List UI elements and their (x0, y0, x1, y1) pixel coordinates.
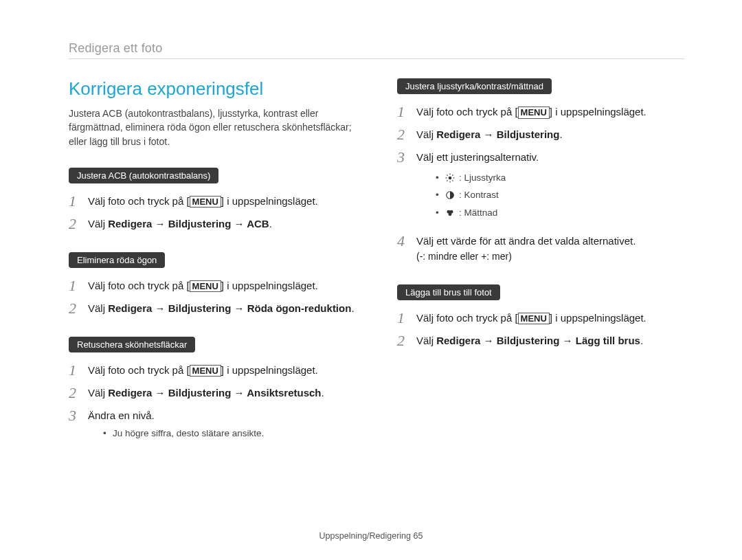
step-text: Välj foto och tryck på [MENU] i uppspeln… (88, 278, 318, 293)
step: 2 Välj Redigera → Bildjustering → ACB. (69, 216, 356, 232)
step-text: Välj foto och tryck på [MENU] i uppspeln… (88, 362, 318, 378)
pill-redeye: Eliminera röda ögon (69, 252, 165, 268)
step: 1 Välj foto och tryck på [MENU] i uppspe… (69, 278, 356, 293)
step: 3 Välj ett justeringsalternativ. : Ljuss… (397, 149, 684, 226)
step-text: Välj ett värde för att ändra det valda a… (416, 233, 636, 264)
contrast-icon (445, 190, 455, 200)
steps-redeye: 1 Välj foto och tryck på [MENU] i uppspe… (69, 278, 356, 316)
svg-line-5 (447, 175, 447, 175)
page: Redigera ett foto Korrigera exponeringsf… (0, 0, 742, 560)
section-title: Korrigera exponeringsfel (69, 78, 356, 100)
step-number: 2 (69, 300, 81, 316)
page-header: Redigera ett foto (69, 41, 684, 59)
icon-bullets: : Ljusstyrka : Kontrast (416, 169, 539, 222)
step-number: 1 (397, 310, 409, 326)
svg-line-7 (447, 180, 447, 181)
step-number: 1 (69, 362, 81, 378)
step: 2 Välj Redigera → Bildjustering. (397, 126, 684, 142)
step-text: Välj Redigera → Bildjustering → Ansiktsr… (88, 385, 324, 401)
step-text: Välj ett justeringsalternativ. : Ljussty… (416, 149, 539, 226)
step-text: Välj Redigera → Bildjustering → ACB. (88, 216, 272, 232)
steps-noise: 1 Välj foto och tryck på [MENU] i uppspe… (397, 310, 684, 348)
page-number: 65 (414, 531, 423, 541)
step-text: Välj foto och tryck på [MENU] i uppspeln… (416, 310, 647, 326)
step-number: 3 (397, 149, 409, 165)
pill-noise: Lägga till brus till fotot (397, 284, 500, 300)
bullet-item: Ju högre siffra, desto slätare ansikte. (103, 426, 264, 442)
sub-bullets: Ju högre siffra, desto slätare ansikte. (88, 426, 264, 442)
step-text: Välj Redigera → Bildjustering → Röda ögo… (88, 300, 355, 316)
menu-button-label: MENU (190, 280, 221, 293)
breadcrumb: Redigera ett foto (69, 41, 162, 55)
step: 2 Välj Redigera → Bildjustering → Ansikt… (69, 385, 356, 401)
step-text: Välj foto och tryck på [MENU] i uppspeln… (88, 193, 318, 209)
step-text: Välj foto och tryck på [MENU] i uppspeln… (416, 104, 647, 120)
step: 1 Välj foto och tryck på [MENU] i uppspe… (69, 362, 356, 378)
menu-button-label: MENU (190, 365, 221, 377)
steps-adjust: 1 Välj foto och tryck på [MENU] i uppspe… (397, 104, 684, 264)
step-text: Välj Redigera → Bildjustering → Lägg til… (416, 333, 643, 348)
step-text: Ändra en nivå. Ju högre siffra, desto sl… (88, 407, 264, 446)
brightness-icon (445, 173, 455, 183)
steps-acb: 1 Välj foto och tryck på [MENU] i uppspe… (69, 193, 356, 232)
step: 2 Välj Redigera → Bildjustering → Röda ö… (69, 300, 356, 316)
bullet-contrast: : Kontrast (436, 186, 539, 204)
step-number: 3 (69, 407, 81, 423)
svg-line-6 (452, 180, 453, 181)
step-subnote: (-: mindre eller +: mer) (416, 249, 636, 263)
menu-button-label: MENU (518, 313, 550, 325)
step-number: 2 (397, 333, 409, 348)
bullet-saturation: : Mättnad (436, 204, 539, 222)
left-column: Korrigera exponeringsfel Justera ACB (au… (69, 78, 356, 453)
step-number: 1 (69, 193, 81, 209)
step: 1 Välj foto och tryck på [MENU] i uppspe… (69, 193, 356, 209)
two-column-layout: Korrigera exponeringsfel Justera ACB (au… (69, 78, 684, 453)
step-text: Välj Redigera → Bildjustering. (416, 126, 563, 142)
svg-point-0 (449, 176, 452, 179)
footer-section: Uppspelning/Redigering (319, 531, 414, 541)
step-number: 2 (69, 216, 81, 232)
menu-button-label: MENU (518, 107, 550, 119)
step: 1 Välj foto och tryck på [MENU] i uppspe… (397, 104, 684, 120)
section-intro: Justera ACB (autokontrastbalans), ljusst… (69, 107, 356, 148)
page-footer: Uppspelning/Redigering 65 (0, 531, 742, 541)
menu-button-label: MENU (190, 196, 221, 208)
svg-point-12 (449, 212, 452, 216)
step-number: 2 (397, 126, 409, 142)
right-column: Justera ljusstyrka/kontrast/mättnad 1 Vä… (397, 78, 684, 453)
pill-retouch: Retuschera skönhetsfläckar (69, 337, 195, 352)
bullet-brightness: : Ljusstyrka (436, 169, 539, 187)
step-number: 2 (69, 385, 81, 401)
svg-line-8 (452, 175, 453, 175)
step: 4 Välj ett värde för att ändra det valda… (397, 233, 684, 264)
step-number: 1 (397, 104, 409, 120)
pill-adjust: Justera ljusstyrka/kontrast/mättnad (397, 78, 552, 94)
step: 3 Ändra en nivå. Ju högre siffra, desto … (69, 407, 356, 446)
step: 1 Välj foto och tryck på [MENU] i uppspe… (397, 310, 684, 326)
steps-retouch: 1 Välj foto och tryck på [MENU] i uppspe… (69, 362, 356, 446)
step: 2 Välj Redigera → Bildjustering → Lägg t… (397, 333, 684, 348)
pill-acb: Justera ACB (autokontrastbalans) (69, 168, 218, 183)
step-number: 1 (69, 278, 81, 293)
saturation-icon (445, 208, 455, 218)
step-number: 4 (397, 233, 409, 249)
